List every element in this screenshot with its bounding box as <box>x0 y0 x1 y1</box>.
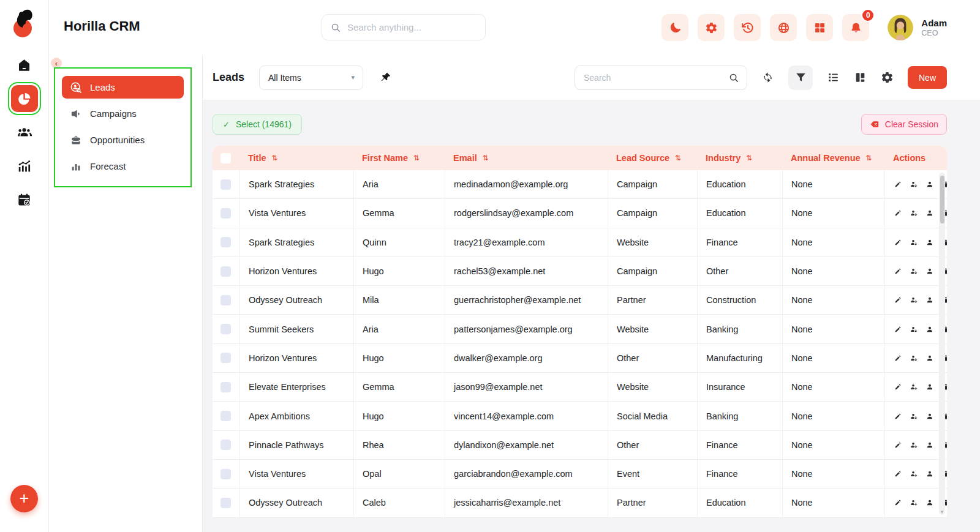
edit-icon[interactable] <box>894 441 902 449</box>
column-header-annual-revenue[interactable]: Annual Revenue⇅ <box>782 153 884 163</box>
convert-to-contact-icon[interactable] <box>910 239 918 246</box>
apps-button[interactable] <box>806 14 833 41</box>
notifications-button[interactable]: 0 <box>842 14 869 41</box>
column-header-title[interactable]: Title⇅ <box>239 153 353 163</box>
edit-icon[interactable] <box>894 470 902 478</box>
row-checkbox[interactable] <box>221 295 231 305</box>
view-filter-dropdown[interactable]: All Items ▾ <box>259 66 363 90</box>
nav-employees[interactable] <box>11 119 38 146</box>
quick-add-button[interactable]: + <box>10 485 38 512</box>
convert-to-account-icon[interactable] <box>926 499 933 506</box>
edit-icon[interactable] <box>894 326 902 333</box>
filter-button[interactable] <box>788 66 813 90</box>
sort-icon[interactable]: ⇅ <box>746 154 752 162</box>
sort-icon[interactable]: ⇅ <box>413 154 420 162</box>
edit-icon[interactable] <box>894 354 902 362</box>
menu-item-leads[interactable]: Leads <box>62 76 184 99</box>
table-row[interactable]: Spark Strategies Quinn tracy21@example.c… <box>213 228 947 257</box>
row-checkbox[interactable] <box>221 411 231 421</box>
table-row[interactable]: Apex Ambitions Hugo vincent14@example.co… <box>213 402 947 430</box>
nav-home[interactable] <box>11 51 38 78</box>
select-all-checkbox[interactable] <box>221 153 231 163</box>
scrollbar-thumb[interactable] <box>940 176 944 223</box>
row-checkbox[interactable] <box>221 498 231 508</box>
convert-to-contact-icon[interactable] <box>910 354 918 362</box>
convert-to-account-icon[interactable] <box>926 470 933 478</box>
convert-to-account-icon[interactable] <box>926 209 933 217</box>
kanban-view-button[interactable] <box>854 71 867 84</box>
edit-icon[interactable] <box>894 239 902 246</box>
menu-item-opportunities[interactable]: Opportunities <box>62 129 184 151</box>
row-checkbox[interactable] <box>221 440 231 450</box>
table-row[interactable]: Odyssey Outreach Mila guerrachristopher@… <box>213 286 947 315</box>
new-lead-button[interactable]: New <box>908 66 947 89</box>
edit-icon[interactable] <box>894 268 902 275</box>
sort-icon[interactable]: ⇅ <box>483 154 489 162</box>
table-row[interactable]: Vista Ventures Gemma rodgerslindsay@exam… <box>213 199 947 228</box>
convert-to-account-icon[interactable] <box>926 383 933 391</box>
convert-to-contact-icon[interactable] <box>910 209 918 217</box>
table-row[interactable]: Spark Strategies Aria medinadamon@exampl… <box>213 170 947 199</box>
global-search[interactable] <box>322 14 486 40</box>
dark-mode-button[interactable] <box>662 14 688 41</box>
nav-attendance[interactable] <box>11 186 38 213</box>
select-all-button[interactable]: ✓ Select (14961) <box>213 114 302 135</box>
table-row[interactable]: Vista Ventures Opal garciabrandon@exampl… <box>213 460 947 489</box>
language-button[interactable] <box>770 14 797 41</box>
edit-icon[interactable] <box>894 383 902 391</box>
nav-analytics[interactable] <box>11 152 38 179</box>
edit-icon[interactable] <box>894 296 902 304</box>
edit-icon[interactable] <box>894 181 902 188</box>
table-row[interactable]: Horizon Ventures Hugo dwalker@example.or… <box>213 344 947 373</box>
convert-to-contact-icon[interactable] <box>910 268 918 275</box>
history-button[interactable] <box>734 14 761 41</box>
row-checkbox[interactable] <box>221 324 231 334</box>
row-checkbox[interactable] <box>221 382 231 392</box>
convert-to-contact-icon[interactable] <box>910 326 918 333</box>
edit-icon[interactable] <box>894 209 902 217</box>
sort-icon[interactable]: ⇅ <box>272 154 278 162</box>
row-checkbox[interactable] <box>221 266 231 277</box>
horilla-logo[interactable] <box>10 6 39 39</box>
convert-to-account-icon[interactable] <box>926 239 933 246</box>
table-search[interactable] <box>575 66 747 90</box>
row-checkbox[interactable] <box>221 179 231 190</box>
refresh-button[interactable] <box>761 71 774 84</box>
table-row[interactable]: Pinnacle Pathways Rhea dylandixon@exampl… <box>213 431 947 460</box>
convert-to-account-icon[interactable] <box>926 296 933 304</box>
convert-to-contact-icon[interactable] <box>910 383 918 391</box>
avatar[interactable] <box>888 15 913 40</box>
clear-session-button[interactable]: Clear Session <box>861 114 947 135</box>
convert-to-contact-icon[interactable] <box>910 181 918 188</box>
column-header-first-name[interactable]: First Name⇅ <box>353 153 445 163</box>
column-header-email[interactable]: Email⇅ <box>445 153 608 163</box>
column-header-industry[interactable]: Industry⇅ <box>697 153 782 163</box>
nav-crm-active[interactable] <box>11 85 38 112</box>
convert-to-contact-icon[interactable] <box>910 441 918 449</box>
convert-to-account-icon[interactable] <box>926 354 933 362</box>
convert-to-contact-icon[interactable] <box>910 413 918 420</box>
sort-icon[interactable]: ⇅ <box>866 154 872 162</box>
global-search-input[interactable] <box>347 22 477 32</box>
convert-to-contact-icon[interactable] <box>910 499 918 506</box>
menu-item-forecast[interactable]: Forecast <box>62 155 184 178</box>
table-scrollbar[interactable]: ▼ <box>939 173 945 515</box>
row-checkbox[interactable] <box>221 353 231 363</box>
table-search-input[interactable] <box>584 73 723 83</box>
table-row[interactable]: Summit Seekers Aria pattersonjames@examp… <box>213 315 947 343</box>
convert-to-contact-icon[interactable] <box>910 470 918 478</box>
table-row[interactable]: Elevate Enterprises Gemma jason99@exampl… <box>213 373 947 402</box>
user-menu[interactable]: Adam CEO <box>888 15 947 40</box>
convert-to-account-icon[interactable] <box>926 413 933 420</box>
edit-icon[interactable] <box>894 413 902 420</box>
column-header-lead-source[interactable]: Lead Source⇅ <box>608 153 697 163</box>
list-view-button[interactable] <box>827 71 840 84</box>
pin-view-button[interactable] <box>380 72 391 83</box>
menu-item-campaigns[interactable]: Campaigns <box>62 102 184 125</box>
row-checkbox[interactable] <box>221 469 231 479</box>
edit-icon[interactable] <box>894 499 902 506</box>
convert-to-contact-icon[interactable] <box>910 296 918 304</box>
scrollbar-down-arrow[interactable]: ▼ <box>939 509 945 515</box>
convert-to-account-icon[interactable] <box>926 181 933 188</box>
sort-icon[interactable]: ⇅ <box>675 154 681 162</box>
